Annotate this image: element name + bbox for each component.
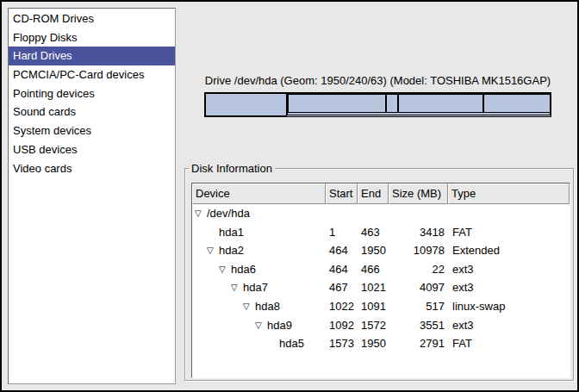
device-cell: ▽/dev/hda: [192, 204, 326, 223]
partition-segment-hda1: [205, 93, 287, 116]
device-category-list: CD-ROM DrivesFloppy DisksHard DrivesPCMC…: [8, 8, 176, 384]
end-cell: 1091: [358, 297, 389, 316]
disk-table-row-hda2[interactable]: ▽hda2464195010978Extended: [192, 241, 570, 260]
end-cell: 1021: [358, 278, 389, 297]
expander-open-icon[interactable]: ▽: [219, 260, 231, 279]
device-name: hda5: [279, 337, 304, 350]
end-cell: 1950: [358, 241, 389, 260]
size-cell: 517: [389, 297, 448, 316]
expander-open-icon[interactable]: ▽: [207, 241, 219, 260]
disk-table-row-hda5[interactable]: hda5157319502791FAT: [192, 334, 570, 353]
end-cell: [358, 204, 389, 223]
disk-table-row-hda7[interactable]: ▽hda746710214097ext3: [192, 278, 570, 297]
sidebar-item-video-cards[interactable]: Video cards: [9, 159, 175, 178]
device-cell: ▽hda8: [192, 297, 326, 316]
device-name: hda7: [243, 281, 268, 294]
partition-segment-hda8: [386, 94, 398, 113]
start-cell: 1092: [326, 316, 358, 335]
type-cell: ext3: [448, 316, 570, 335]
size-cell: [389, 204, 448, 223]
size-cell: 22: [389, 260, 448, 279]
disk-table-header: DeviceStartEndSize (MB)Type: [192, 184, 570, 204]
disk-table-row--dev-hda[interactable]: ▽/dev/hda: [192, 204, 570, 223]
sidebar-item-hard-drives[interactable]: Hard Drives: [9, 47, 175, 65]
device-name: hda9: [267, 319, 292, 332]
end-cell: 1572: [358, 316, 389, 335]
sidebar-item-sound-cards[interactable]: Sound cards: [9, 103, 175, 121]
start-cell: 464: [326, 260, 358, 279]
expander-open-icon[interactable]: ▽: [255, 316, 267, 335]
size-cell: 3418: [389, 223, 448, 242]
column-header-end[interactable]: End: [358, 184, 389, 204]
start-cell: 1: [326, 223, 358, 242]
disk-information-group: Disk Information DeviceStartEndSize (MB)…: [184, 168, 574, 381]
device-name: hda2: [219, 244, 244, 257]
disk-table: DeviceStartEndSize (MB)Type ▽/dev/hdahda…: [191, 183, 570, 378]
sidebar-item-pointing-devices[interactable]: Pointing devices: [9, 84, 175, 103]
size-cell: 4097: [389, 278, 448, 297]
type-cell: ext3: [448, 260, 570, 279]
sidebar-item-system-devices[interactable]: System devices: [9, 121, 175, 140]
disk-table-row-hda9[interactable]: ▽hda9109215723551ext3: [192, 316, 570, 335]
partition-segment-hda5: [483, 94, 551, 113]
sidebar-item-usb-devices[interactable]: USB devices: [9, 140, 175, 159]
expander-open-icon[interactable]: ▽: [231, 278, 243, 297]
partition-bar: [204, 92, 551, 117]
device-name: hda6: [231, 263, 256, 276]
type-cell: Extended: [448, 241, 570, 260]
device-cell: ▽hda2: [192, 241, 326, 260]
tree-indent: [195, 328, 255, 329]
end-cell: 1950: [358, 334, 389, 353]
column-header-size-mb-[interactable]: Size (MB): [389, 184, 448, 204]
device-cell: ▽hda6: [192, 260, 326, 279]
start-cell: 467: [326, 278, 358, 297]
hardware-browser-window: CD-ROM DrivesFloppy DisksHard DrivesPCMC…: [0, 0, 579, 392]
disk-table-row-hda1[interactable]: hda114633418FAT: [192, 223, 570, 242]
expander-open-icon[interactable]: ▽: [243, 297, 255, 316]
sidebar-item-pcmcia-pc-card-devices[interactable]: PCMCIA/PC-Card devices: [9, 65, 175, 84]
tree-indent: [195, 235, 207, 236]
expander-open-icon[interactable]: ▽: [195, 204, 207, 223]
device-name: /dev/hda: [207, 207, 250, 220]
device-cell: ▽hda9: [192, 316, 326, 335]
size-cell: 2791: [389, 334, 448, 353]
disk-table-row-hda8[interactable]: ▽hda810221091517linux-swap: [192, 297, 570, 316]
type-cell: ext3: [448, 278, 570, 297]
disk-information-title: Disk Information: [189, 162, 275, 175]
partition-segment-hda9: [398, 94, 483, 113]
start-cell: [326, 204, 358, 223]
device-cell: ▽hda7: [192, 278, 326, 297]
column-header-device[interactable]: Device: [192, 184, 326, 204]
tree-indent: [195, 253, 207, 254]
start-cell: 1573: [326, 334, 358, 353]
size-cell: 10978: [389, 241, 448, 260]
device-cell: hda5: [192, 334, 326, 353]
tree-indent: [195, 309, 243, 310]
column-header-type[interactable]: Type: [448, 184, 570, 204]
type-cell: [448, 204, 570, 223]
start-cell: 464: [326, 241, 358, 260]
type-cell: FAT: [448, 223, 570, 242]
tree-indent: [195, 290, 231, 291]
drive-info-label: Drive /dev/hda (Geom: 1950/240/63) (Mode…: [187, 74, 569, 88]
sidebar-item-floppy-disks[interactable]: Floppy Disks: [9, 28, 175, 47]
end-cell: 466: [358, 260, 389, 279]
end-cell: 463: [358, 223, 389, 242]
type-cell: FAT: [448, 334, 570, 353]
start-cell: 1022: [326, 297, 358, 316]
column-header-start[interactable]: Start: [326, 184, 358, 204]
disk-table-row-hda6[interactable]: ▽hda646446622ext3: [192, 260, 570, 279]
sidebar-item-cd-rom-drives[interactable]: CD-ROM Drives: [9, 9, 175, 28]
tree-indent: [195, 346, 267, 347]
device-cell: hda1: [192, 223, 326, 242]
type-cell: linux-swap: [448, 297, 570, 316]
tree-indent: [195, 272, 219, 273]
partition-segment-hda7: [288, 94, 386, 113]
device-name: hda8: [255, 300, 280, 313]
disk-table-body: ▽/dev/hdahda114633418FAT▽hda246419501097…: [192, 204, 570, 353]
size-cell: 3551: [389, 316, 448, 335]
device-name: hda1: [219, 226, 244, 239]
